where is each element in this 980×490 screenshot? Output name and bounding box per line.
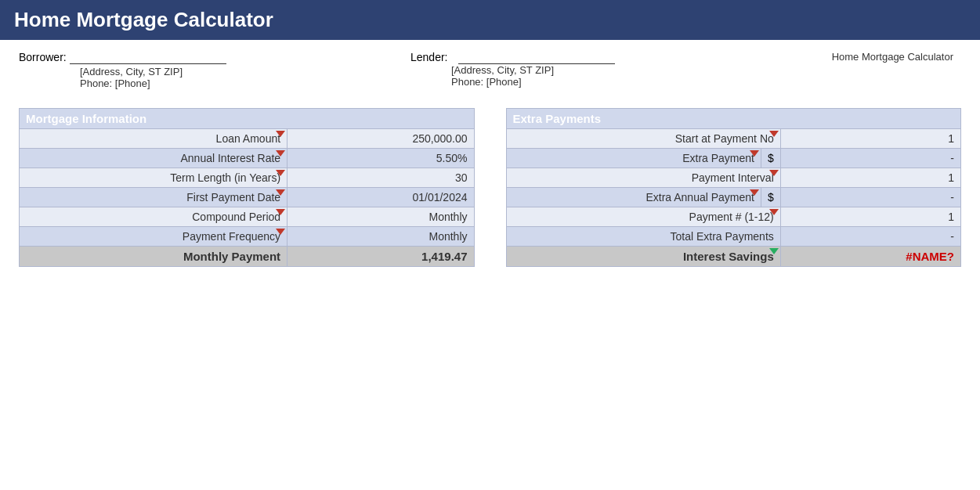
extra-footer-row: Interest Savings #NAME? [506, 247, 961, 267]
extra-annual-dollar: $ [761, 188, 780, 207]
mortgage-info-table: Mortgage Information Loan Amount 250,000… [19, 108, 475, 267]
table-row: Total Extra Payments - [506, 227, 961, 247]
payment-frequency-value[interactable]: Monthly [287, 227, 474, 247]
annual-rate-value[interactable]: 5.50% [287, 149, 474, 168]
dropdown-indicator[interactable] [769, 209, 779, 215]
first-payment-label: First Payment Date [20, 188, 287, 207]
dropdown-indicator[interactable] [769, 170, 779, 176]
borrower-name-input[interactable] [70, 51, 226, 64]
payment-number-label: Payment # (1-12) [506, 207, 780, 227]
borrower-label: Borrower: [19, 51, 67, 63]
term-length-label: Term Length (in Years) [20, 168, 287, 188]
table-row: Compound Period Monthly [20, 207, 475, 227]
mortgage-footer-row: Monthly Payment 1,419.47 [20, 247, 475, 267]
table-row: Payment Frequency Monthly [20, 227, 475, 247]
monthly-payment-value: 1,419.47 [287, 247, 474, 267]
lender-block: Lender: Home Mortgage Calculator [Addres… [410, 51, 961, 89]
lender-name-input[interactable] [458, 51, 615, 64]
total-extra-value: - [780, 227, 960, 247]
monthly-payment-label: Monthly Payment [20, 247, 287, 267]
table-row: Term Length (in Years) 30 [20, 168, 475, 188]
interest-savings-value: #NAME? [780, 247, 960, 267]
table-row: Loan Amount 250,000.00 [20, 129, 475, 149]
dropdown-indicator[interactable] [750, 150, 759, 157]
extra-header-row: Extra Payments [506, 109, 961, 129]
dropdown-indicator[interactable] [769, 131, 779, 137]
payment-interval-value[interactable]: 1 [780, 168, 960, 188]
table-row: Payment Interval 1 [506, 168, 961, 188]
extra-payment-label: Extra Payment [506, 149, 761, 168]
table-row: Extra Payment $ - [506, 149, 961, 168]
start-payment-label: Start at Payment No [506, 129, 780, 149]
table-row: Payment # (1-12) 1 [506, 207, 961, 227]
compound-period-value[interactable]: Monthly [287, 207, 474, 227]
table-row: Annual Interest Rate 5.50% [20, 149, 475, 168]
extra-payment-dollar: $ [761, 149, 780, 168]
payment-frequency-label: Payment Frequency [20, 227, 287, 247]
borrower-block: Borrower: [Address, City, ST ZIP] Phone:… [19, 51, 410, 89]
extra-payment-value[interactable]: - [780, 149, 960, 168]
lender-address: [Address, City, ST ZIP] [451, 64, 961, 76]
mortgage-header-row: Mortgage Information [20, 109, 475, 129]
contact-section: Borrower: [Address, City, ST ZIP] Phone:… [0, 40, 980, 94]
start-payment-value[interactable]: 1 [780, 129, 960, 149]
borrower-address: [Address, City, ST ZIP] [80, 66, 410, 77]
loan-amount-value[interactable]: 250,000.00 [287, 129, 474, 149]
dropdown-indicator[interactable] [276, 170, 285, 176]
first-payment-value[interactable]: 01/01/2024 [287, 188, 474, 207]
lender-brand: Home Mortgage Calculator [832, 51, 953, 63]
table-row: Start at Payment No 1 [506, 129, 961, 149]
total-extra-label: Total Extra Payments [506, 227, 780, 247]
extra-annual-payment-label: Extra Annual Payment [506, 188, 761, 207]
lender-phone: Phone: [Phone] [451, 76, 961, 88]
table-row: Extra Annual Payment $ - [506, 188, 961, 207]
payment-number-value[interactable]: 1 [780, 207, 960, 227]
annual-rate-label: Annual Interest Rate [20, 149, 287, 168]
term-length-value[interactable]: 30 [287, 168, 474, 188]
borrower-phone: Phone: [Phone] [80, 77, 410, 89]
dropdown-indicator[interactable] [276, 229, 285, 235]
app-header: Home Mortgage Calculator [0, 0, 980, 40]
extra-table-header: Extra Payments [506, 109, 961, 129]
app-title: Home Mortgage Calculator [14, 8, 966, 32]
mortgage-table-header: Mortgage Information [20, 109, 475, 129]
dropdown-indicator[interactable] [276, 209, 285, 215]
loan-amount-label: Loan Amount [20, 129, 287, 149]
table-row: First Payment Date 01/01/2024 [20, 188, 475, 207]
mortgage-info-container: Mortgage Information Loan Amount 250,000… [19, 108, 475, 267]
compound-period-label: Compound Period [20, 207, 287, 227]
extra-payments-container: Extra Payments Start at Payment No 1 Ext… [506, 108, 962, 267]
extra-annual-value[interactable]: - [780, 188, 960, 207]
extra-payments-table: Extra Payments Start at Payment No 1 Ext… [506, 108, 962, 267]
dropdown-indicator[interactable] [276, 150, 285, 157]
tables-section: Mortgage Information Loan Amount 250,000… [0, 94, 980, 281]
dropdown-indicator[interactable] [750, 189, 759, 196]
payment-interval-label: Payment Interval [506, 168, 780, 188]
dropdown-indicator[interactable] [276, 189, 285, 196]
green-dropdown-indicator[interactable] [769, 248, 779, 254]
interest-savings-label: Interest Savings [506, 247, 780, 267]
dropdown-indicator[interactable] [276, 131, 285, 137]
lender-label: Lender: [410, 51, 447, 63]
